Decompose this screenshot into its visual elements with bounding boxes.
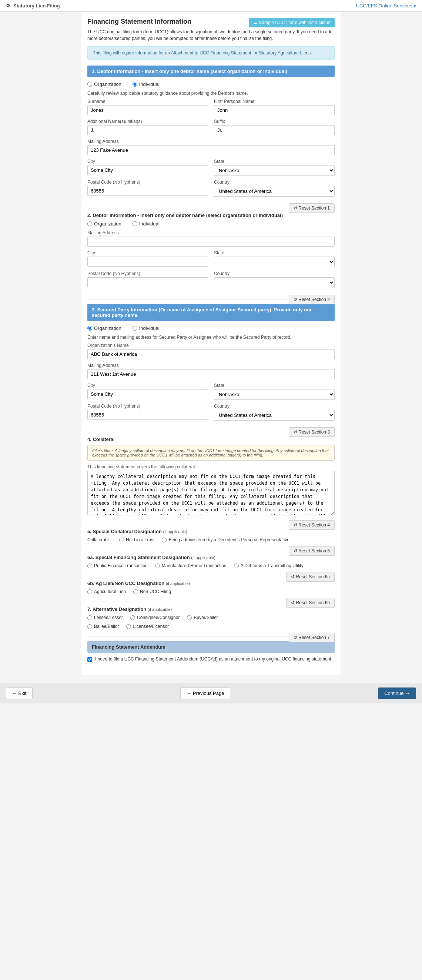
addendum-checkbox-row: I need to file a UCC Financing Statement…: [88, 656, 334, 662]
lien-icon: ⚙: [6, 3, 10, 8]
collateral-textarea[interactable]: A lengthy collateral description may not…: [88, 471, 334, 515]
city-input-2[interactable]: [88, 256, 208, 267]
country-select-1[interactable]: United States of America Canada Mexico: [214, 186, 334, 197]
reset-section-6b-button[interactable]: ↺ Reset Section 6b: [286, 598, 334, 608]
city-label-3: City: [88, 383, 208, 388]
transmitting-utility-radio-input[interactable]: [234, 563, 239, 568]
reset-section-7-button[interactable]: ↺ Reset Section 7: [289, 633, 334, 642]
reset-section-6a-button[interactable]: ↺ Reset Section 6a: [286, 572, 334, 582]
reset-section-2-button[interactable]: ↺ Reset Section 2: [289, 295, 334, 304]
filer-note: Filer's Note: A lengthy collateral descr…: [88, 445, 334, 461]
suffix-label: Suffix: [214, 119, 334, 124]
section-2-ind-radio[interactable]: Individual: [132, 221, 159, 227]
country-label-1: Country: [214, 180, 334, 185]
country-select-3[interactable]: United States of America Canada: [214, 410, 334, 421]
decedent-radio-input[interactable]: [162, 538, 167, 542]
bailee-bailor-radio-input[interactable]: [88, 624, 92, 629]
suffix-input[interactable]: [214, 125, 334, 135]
addendum-checkbox[interactable]: [88, 657, 92, 662]
reset-section-5-button[interactable]: ↺ Reset Section 5: [289, 546, 334, 556]
bailee-bailor-radio[interactable]: Bailee/Bailor: [88, 624, 119, 629]
non-ucc-filing-radio[interactable]: Non-UCC Filing: [133, 589, 171, 594]
non-ucc-filing-radio-input[interactable]: [133, 589, 138, 594]
section-3-ind-radio-input[interactable]: [132, 326, 137, 331]
section-6b-ag-lien: 6b. Ag Lien/Non UCC Designation (if appl…: [88, 581, 334, 594]
reset-section-1-button[interactable]: ↺ Reset Section 1: [289, 203, 334, 213]
lessee-lessor-radio[interactable]: Lessee/Lessor: [88, 615, 123, 620]
buyer-seller-radio[interactable]: Buyer/Seller: [187, 615, 218, 620]
mailing-input-3[interactable]: [88, 369, 334, 379]
section-7-radios-row2: Bailee/Bailor Licensee/Licensor: [88, 624, 334, 629]
section-2-debtor: 2. Debtor Information - insert only one …: [88, 213, 334, 292]
manufactured-home-radio[interactable]: Manufactured-Home Transaction: [155, 563, 226, 568]
continue-button[interactable]: Continue →: [378, 687, 416, 699]
transmitting-utility-radio[interactable]: A Debtor is a Transmitting Utility: [234, 563, 304, 568]
agricultural-lien-radio-input[interactable]: [88, 589, 92, 594]
section-3-org-radio[interactable]: Organization: [88, 325, 121, 331]
section-2-org-radio[interactable]: Organization: [88, 221, 121, 227]
public-finance-radio[interactable]: Public-Finance Transaction: [88, 563, 148, 568]
first-name-label: First Personal Name: [214, 99, 334, 104]
previous-page-button[interactable]: ← Previous Page: [180, 687, 230, 699]
first-name-input[interactable]: [214, 105, 334, 115]
section-1-org-radio[interactable]: Organization: [88, 81, 121, 87]
service-menu[interactable]: UCC/EFS Online Services ▾: [356, 3, 416, 8]
app-title: ⚙ Statutory Lien Filing: [6, 3, 60, 8]
consignee-consignor-radio-input[interactable]: [130, 615, 135, 620]
section-1-header: 1. Debtor Information - insert only one …: [88, 65, 334, 77]
postal-input-2[interactable]: [88, 277, 208, 287]
state-select-1[interactable]: Nebraska Alabama Alaska: [214, 165, 334, 176]
section-1-guidance: Carefully review applicable statutory gu…: [88, 91, 334, 96]
postal-label-1: Postal Code (No Hyphens): [88, 180, 208, 185]
decedent-radio[interactable]: Being administered by a Decedent's Perso…: [162, 537, 289, 542]
section-1-debtor: 1. Debtor Information - insert only one …: [88, 65, 334, 200]
reset-section-4-button[interactable]: ↺ Reset Section 4: [289, 520, 334, 530]
section-4-collateral: 4. Collateral Filer's Note: A lengthy co…: [88, 436, 334, 517]
section-1-org-radio-input[interactable]: [88, 82, 92, 87]
postal-input-3[interactable]: [88, 410, 208, 420]
public-finance-radio-input[interactable]: [88, 563, 92, 568]
reset-section-3-button[interactable]: ↺ Reset Section 3: [289, 427, 334, 437]
section-6b-radios: Agricultural Lien Non-UCC Filing: [88, 589, 334, 594]
consignee-consignor-radio[interactable]: Consignee/Consignor: [130, 615, 180, 620]
section-2-header: 2. Debtor Information - insert only one …: [88, 213, 334, 218]
surname-input[interactable]: [88, 105, 208, 115]
licensee-licensor-radio[interactable]: Licensee/Licensor: [126, 624, 169, 629]
section-2-org-radio-input[interactable]: [88, 221, 92, 226]
city-input-3[interactable]: [88, 389, 208, 399]
licensee-licensor-radio-input[interactable]: [126, 624, 131, 629]
buyer-seller-radio-input[interactable]: [187, 615, 192, 620]
exit-button[interactable]: ← Exit: [6, 687, 33, 699]
state-select-3[interactable]: Nebraska Alabama: [214, 389, 334, 400]
page-description: The UCC original filing form (form UCC1)…: [88, 29, 334, 42]
country-select-2[interactable]: United States of America Canada: [214, 277, 334, 288]
agricultural-lien-radio[interactable]: Agricultural Lien: [88, 589, 126, 594]
city-input-1[interactable]: [88, 165, 208, 175]
held-trust-radio[interactable]: Held in a Trust: [119, 537, 154, 542]
state-label-3: State: [214, 383, 334, 388]
mailing-label-1: Mailing Address: [88, 139, 334, 144]
city-label-2: City: [88, 250, 208, 255]
section-1-ind-radio[interactable]: Individual: [132, 81, 159, 87]
bottom-navigation: ← Exit ← Previous Page Continue →: [0, 683, 422, 703]
sample-ucc1-button[interactable]: ☁ Sample UCC1 form with instructions: [249, 18, 334, 27]
additional-input[interactable]: [88, 125, 208, 135]
section-3-org-radio-input[interactable]: [88, 326, 92, 331]
postal-label-3: Postal Code (No Hyphens): [88, 404, 208, 409]
state-select-2[interactable]: Nebraska Alabama: [214, 256, 334, 267]
section-6a-financing-designation: 6a. Special Financing Statement Designat…: [88, 555, 334, 568]
held-trust-radio-input[interactable]: [119, 538, 124, 542]
section-3-ind-radio[interactable]: Individual: [132, 325, 159, 331]
lessee-lessor-radio-input[interactable]: [88, 615, 92, 620]
postal-input-1[interactable]: [88, 186, 208, 196]
mailing-input-1[interactable]: [88, 145, 334, 155]
section-2-ind-radio-input[interactable]: [132, 221, 137, 226]
postal-label-2: Postal Code (No Hyphens): [88, 271, 208, 276]
manufactured-home-radio-input[interactable]: [155, 563, 160, 568]
section-1-ind-radio-input[interactable]: [132, 82, 137, 87]
section-6a-radios: Public-Finance Transaction Manufactured-…: [88, 563, 334, 568]
mailing-input-2[interactable]: [88, 237, 334, 247]
org-name-input[interactable]: [88, 349, 334, 359]
section-3-header: 3. Secured Party Information (Or name of…: [88, 304, 334, 321]
country-label-3: Country: [214, 404, 334, 409]
